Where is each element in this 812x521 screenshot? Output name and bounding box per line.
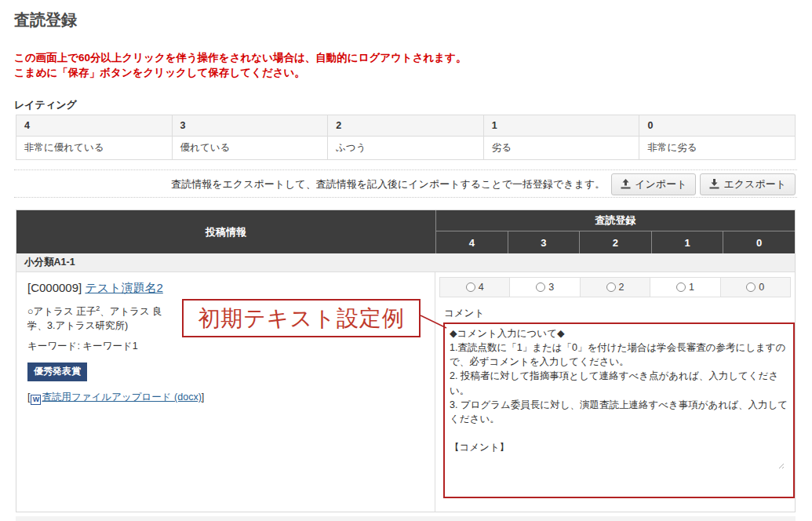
rating-score-desc: ふつう — [328, 137, 484, 160]
export-button-label: エクスポート — [723, 177, 786, 191]
entry-keywords: キーワード: キーワード1 — [27, 339, 424, 353]
rating-radio-1[interactable] — [676, 282, 686, 292]
auto-logout-warning: この画面上で60分以上クリックを伴う操作をされない場合は、自動的にログアウトされ… — [14, 50, 466, 80]
rating-score-desc: 非常に劣る — [639, 137, 796, 160]
radio-label-1: 1 — [689, 282, 694, 293]
entry-title-line: [C000009] テスト演題名2 — [27, 279, 424, 297]
import-button[interactable]: インポート — [611, 173, 696, 195]
rating-score-header: 4 — [16, 115, 173, 137]
rating-score-desc: 非常に優れている — [16, 137, 173, 160]
rating-score-header: 2 — [328, 115, 484, 137]
rating-legend-label: レイティング — [14, 98, 77, 112]
review-registration-page: 査読登録 この画面上で60分以上クリックを伴う操作をされない場合は、自動的にログ… — [0, 0, 812, 521]
score-column-header-0: 0 — [723, 231, 795, 253]
rating-radio-4[interactable] — [466, 282, 475, 292]
warning-line-2: こまめに「保存」ボタンをクリックして保存してください。 — [14, 65, 466, 80]
export-import-bar: 査読情報をエクスポートして、査読情報を記入後にインポートすることで一括登録できま… — [14, 173, 796, 195]
word-file-icon: W — [31, 395, 41, 405]
import-button-label: インポート — [635, 177, 686, 191]
radio-label-2: 2 — [619, 282, 624, 293]
score-column-header-1: 1 — [652, 231, 724, 253]
rating-legend-table: 4 3 2 1 0 非常に優れている 優れている ふつう 劣る 非常に劣る — [16, 115, 796, 160]
score-column-header-3: 3 — [508, 231, 581, 253]
annotation-box: 初期テキスト設定例 — [182, 299, 421, 337]
rating-score-header: 0 — [639, 115, 796, 137]
next-row-edge — [16, 516, 796, 521]
score-radio-cell-4[interactable]: 4 — [440, 278, 510, 297]
page-title: 査読登録 — [14, 9, 77, 31]
dotted-divider — [14, 169, 797, 170]
export-button[interactable]: エクスポート — [700, 173, 796, 195]
comment-textarea[interactable]: ◆コメント入力について◆ 1.査読点数に「1」または「0」を付けた場合は学会長審… — [443, 322, 795, 498]
review-header-group: 査読登録 4 3 2 1 0 — [436, 210, 795, 253]
dotted-divider — [14, 197, 797, 198]
annotation-connector-line — [420, 313, 448, 330]
review-registration-table: 投稿情報 査読登録 4 3 2 1 0 小分類A1-1 [C000009] テス… — [16, 209, 796, 512]
rating-radio-2[interactable] — [606, 282, 616, 292]
category-row: 小分類A1-1 — [16, 253, 795, 272]
rating-score-header: 1 — [483, 115, 639, 137]
score-radio-cell-3[interactable]: 3 — [510, 278, 580, 297]
table-header: 投稿情報 査読登録 4 3 2 1 0 — [16, 210, 795, 253]
download-icon — [709, 179, 719, 189]
rating-score-header: 3 — [172, 115, 328, 137]
warning-line-1: この画面上で60分以上クリックを伴う操作をされない場合は、自動的にログアウトされ… — [14, 50, 466, 65]
entry-code: [C000009] — [27, 281, 82, 294]
score-radio-row: 4 3 2 1 0 — [439, 277, 791, 297]
submission-info-header: 投稿情報 — [16, 210, 436, 253]
rating-radio-3[interactable] — [536, 282, 545, 292]
review-input-cell: 4 3 2 1 0 — [435, 272, 795, 512]
rating-radio-0[interactable] — [746, 282, 756, 292]
rating-score-desc: 優れている — [172, 137, 328, 160]
score-column-header-2: 2 — [580, 231, 652, 253]
radio-label-3: 3 — [548, 282, 554, 293]
comment-label: コメント — [444, 307, 795, 320]
entry-title-link[interactable]: テスト演題名2 — [85, 281, 162, 294]
score-radio-cell-0[interactable]: 0 — [721, 278, 790, 297]
review-file-upload-link[interactable]: 査読用ファイルアップロード (docx) — [42, 392, 201, 403]
radio-label-4: 4 — [479, 282, 484, 293]
rating-score-desc: 劣る — [483, 137, 639, 160]
review-file-line: [W査読用ファイルアップロード (docx)] — [27, 390, 424, 405]
score-radio-cell-2[interactable]: 2 — [581, 278, 650, 297]
score-radio-cell-1[interactable]: 1 — [650, 278, 720, 297]
score-column-headers: 4 3 2 1 0 — [436, 231, 795, 253]
review-registration-header: 査読登録 — [436, 210, 795, 231]
award-badge: 優秀発表賞 — [27, 363, 87, 381]
radio-label-0: 0 — [759, 282, 764, 293]
export-description: 査読情報をエクスポートして、査読情報を記入後にインポートすることで一括登録できま… — [171, 177, 605, 191]
score-column-header-4: 4 — [436, 231, 508, 253]
upload-icon — [621, 179, 631, 189]
